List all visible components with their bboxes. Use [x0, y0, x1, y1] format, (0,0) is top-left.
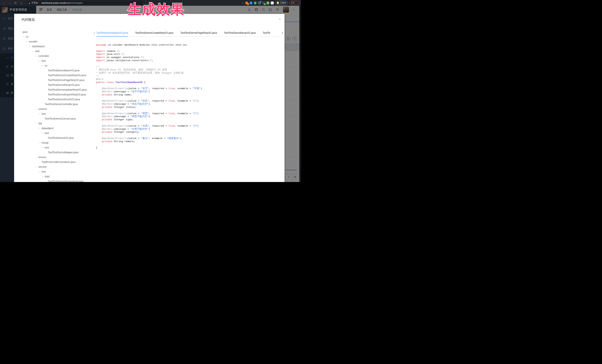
caret-down-icon[interactable]: ▾ [26, 41, 29, 43]
tree-folder[interactable]: ▾impl [14, 174, 92, 179]
tree-node-label: cn [26, 35, 29, 38]
tree-file[interactable]: ToolTestDemoDO.java [14, 135, 92, 140]
tree-folder[interactable]: ▾test [14, 169, 92, 174]
tree-folder[interactable]: ▾dashboard [14, 44, 92, 49]
tree-folder[interactable]: ▾enums [14, 155, 92, 160]
tree-file[interactable]: ToolTestDemoController.java [14, 102, 92, 107]
file-tab[interactable]: ToolTe [263, 30, 270, 36]
extension-on-badge: on [264, 3, 266, 5]
caret-down-icon[interactable]: ▾ [23, 36, 26, 38]
caret-down-icon[interactable]: ▾ [39, 127, 42, 129]
tree-file[interactable]: ToolTestDemoUpdateReqVO.java [14, 87, 92, 92]
file-tab[interactable]: ToolTestDemoPageReqVO.java [181, 30, 217, 36]
tree-folder[interactable]: ▾iocoder [14, 39, 92, 44]
reload-icon[interactable]: ⟳ [14, 1, 17, 5]
tree-folder[interactable]: ▾test [14, 58, 92, 63]
forward-icon[interactable]: → [8, 1, 11, 5]
tree-file[interactable]: ToolTestDemoBaseVO.java [14, 68, 92, 73]
tree-node-label: test [45, 132, 49, 135]
caret-down-icon[interactable]: ▾ [35, 156, 38, 158]
caret-down-icon[interactable]: ▾ [35, 123, 38, 125]
extension-blue-gem-icon[interactable] [249, 1, 252, 4]
caret-down-icon[interactable]: ▾ [29, 45, 32, 47]
tree-file[interactable]: ToolTestDemoExcelVO.java [14, 97, 92, 102]
chrome-menu-icon[interactable]: ⋮ [296, 2, 298, 4]
tree-file[interactable]: ToolTestDemoCreateReqVO.java [14, 73, 92, 78]
extension-orange-icon[interactable]: 1 [245, 1, 248, 4]
extension-list-icon[interactable]: on [262, 1, 265, 4]
tree-folder[interactable]: ▾test [14, 145, 92, 150]
tree-folder[interactable]: ▾vo [14, 63, 92, 68]
tree-file[interactable]: ToolTestDemoMapper.java [14, 150, 92, 155]
tree-folder[interactable]: ▾dataobject [14, 126, 92, 131]
caret-down-icon[interactable]: ▾ [42, 176, 45, 177]
caret-down-icon[interactable]: ▾ [39, 60, 42, 62]
tree-folder[interactable]: ▾convert [14, 107, 92, 111]
tree-file[interactable]: ToolTestDemoConvert.java [14, 116, 92, 121]
tree-node-label: ToolTestDemoExcelVO.java [48, 98, 80, 101]
tabs-prev-icon[interactable]: ❮ [94, 31, 95, 34]
tree-node-label: ToolTestDemoController.java [45, 103, 78, 106]
extension-green-circle-icon[interactable]: y [254, 1, 257, 4]
code-pane: package cn.iocoder.dashboard.modules.too… [94, 37, 283, 182]
home-icon[interactable]: ⌂ [20, 1, 23, 5]
emoji-avatar-icon [277, 2, 279, 4]
tree-folder[interactable]: ▾controller [14, 53, 92, 58]
chrome-update-button[interactable]: 更新 ⋮ [289, 1, 300, 5]
tree-node-label: dal [38, 122, 42, 125]
extension-leaf-icon[interactable] [267, 1, 269, 4]
caret-down-icon[interactable]: ▾ [35, 166, 38, 168]
tree-folder[interactable]: ▾test [14, 131, 92, 135]
tree-node-label: impl [45, 175, 50, 178]
tree-node-label: test [42, 170, 46, 173]
tree-file[interactable]: ToolTestDemoRespVO.java [14, 83, 92, 87]
caret-down-icon[interactable]: ▾ [42, 65, 45, 67]
tree-folder[interactable]: ▾mysql [14, 140, 92, 145]
tree-folder[interactable]: ▾java [14, 30, 92, 34]
caret-down-icon[interactable]: ▾ [35, 55, 38, 57]
tree-node-label: mysql [42, 141, 48, 144]
tree-node-label: vo [45, 64, 47, 67]
caret-down-icon[interactable]: ▾ [42, 146, 45, 149]
file-tab[interactable]: ToolTestDemoBaseVO.java [97, 30, 128, 37]
bookmark-star-icon[interactable]: ☆ [241, 1, 244, 4]
url-divider: | [40, 2, 40, 4]
tree-node-label: tool [35, 50, 40, 53]
screen: ← → ⟳ ⌂ ▲ 不安全 | dashboard.yudao.iocoder.… [0, 0, 301, 182]
tree-node-label: controller [38, 54, 49, 57]
extensions-puzzle-icon[interactable] [271, 1, 274, 4]
tree-node-label: test [42, 112, 46, 115]
tree-folder[interactable]: ▾service [14, 164, 92, 169]
update-label: 更新 [291, 1, 295, 4]
caret-down-icon[interactable]: ▾ [39, 113, 42, 115]
not-secure-label: 不安全 [31, 1, 38, 4]
url-bar[interactable]: ▲ 不安全 | dashboard.yudao.iocoder.cn /tool… [27, 1, 143, 5]
url-path: /tool/codegen [70, 2, 83, 4]
caret-down-icon[interactable]: ▾ [42, 132, 45, 134]
tree-folder[interactable]: ▾tool [14, 49, 92, 53]
tree-file[interactable]: ToolTestDemoExportReqVO.java [14, 92, 92, 97]
tree-folder[interactable]: ▾dal [14, 121, 92, 126]
caret-down-icon[interactable]: ▾ [39, 142, 42, 144]
tree-file[interactable]: ToolTestDemoPageReqVO.java [14, 78, 92, 83]
paused-profile-chip[interactable]: 已暂停 [275, 1, 288, 5]
tree-file[interactable]: ToolErrorCodeConstants.java [14, 160, 92, 164]
file-tree: ▾java▾cn▾iocoder▾dashboard▾tool▾controll… [14, 30, 92, 182]
close-icon[interactable]: × [279, 18, 281, 21]
caret-down-icon[interactable]: ▾ [32, 50, 35, 52]
caret-down-icon[interactable]: ▾ [20, 31, 23, 33]
tree-folder[interactable]: ▾test [14, 111, 92, 116]
paused-label: 已暂停 [280, 1, 286, 4]
back-icon[interactable]: ← [2, 1, 6, 5]
caret-down-icon[interactable]: ▾ [39, 171, 42, 173]
tabs-next-icon[interactable]: ❯ [281, 31, 283, 34]
file-tab[interactable]: ToolTestDemoCreateReqVO.java [135, 30, 173, 36]
tree-file[interactable]: ToolTestDemoServiceImpl.java [14, 179, 92, 182]
tree-folder[interactable]: ▾cn [14, 34, 92, 39]
tree-node-label: ToolTestDemoDO.java [48, 136, 74, 139]
file-tab[interactable]: ToolTestDemoRespVO.java [224, 30, 256, 36]
extension-grid-icon[interactable] [258, 1, 261, 4]
chrome-right-cluster: ☆ 1 y on 已暂停 更新 ⋮ [241, 0, 300, 6]
code-preview-dialog: 代码预览 × ▾java▾cn▾iocoder▾dashboard▾tool▾c… [14, 14, 284, 182]
caret-down-icon[interactable]: ▾ [35, 108, 38, 110]
